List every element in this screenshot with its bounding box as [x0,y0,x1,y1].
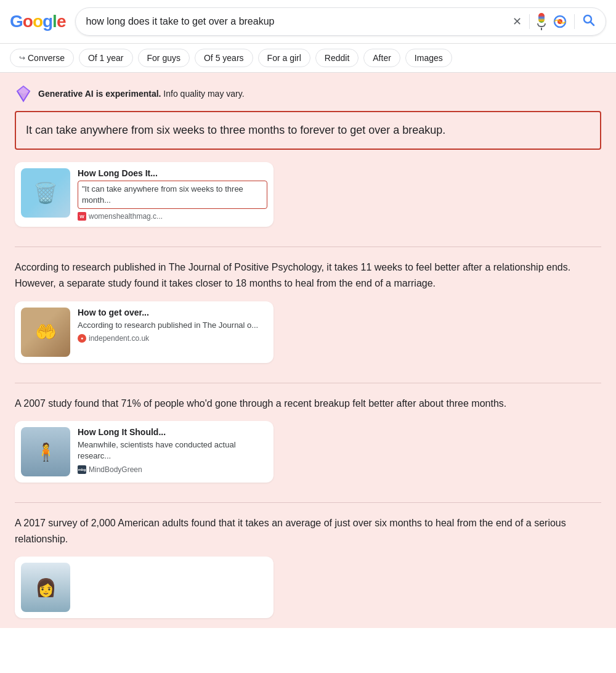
clear-button[interactable]: ✕ [513,15,522,28]
chip-label: After [373,53,391,63]
chip-label: Of 1 year [88,53,124,63]
source-card-1[interactable]: 🗑️ How Long Does It... "It can take anyw… [15,162,274,227]
chips-row: ↪ Converse Of 1 year For guys Of 5 years… [0,44,616,73]
mbg-favicon: mbg [78,465,86,474]
search-input[interactable] [86,16,506,27]
text-para-1: According to research published in The J… [15,259,601,291]
chip-foragirl[interactable]: For a girl [258,49,310,67]
mic-icon [537,13,546,30]
source-title-2: How to get over... [78,308,267,317]
main-content: Generative AI is experimental. Info qual… [0,73,616,628]
chip-converse[interactable]: ↪ Converse [10,49,74,67]
converse-arrow-icon: ↪ [19,54,25,62]
source-card-4[interactable]: 👩 [15,557,274,618]
source-thumb-3: 🧍 [21,427,70,476]
independent-favicon: ● [78,334,86,343]
source-thumb-2: 🤲 [21,308,70,357]
google-logo: Google [10,12,65,31]
source-domain-2: ● independent.co.uk [78,334,267,343]
ai-label: Generative AI is experimental. Info qual… [38,89,245,99]
text-section-2: A 2007 study found that 71% of people wh… [0,383,616,503]
source-snippet-2: According to research published in The J… [78,320,267,331]
source-snippet-3: Meanwhile, scientists have conducted act… [78,439,267,462]
chip-of5years[interactable]: Of 5 years [195,49,253,67]
domain-label-1: womenshealthmag.c... [89,212,163,221]
chip-label: For a girl [267,53,301,63]
ai-header: Generative AI is experimental. Info qual… [15,85,601,102]
lens-button[interactable] [553,15,567,28]
search-icons: ✕ [513,13,596,30]
divider2 [574,14,575,29]
header: Google ✕ [0,0,616,44]
chip-after[interactable]: After [363,49,400,67]
voice-search-button[interactable] [537,13,546,30]
svg-line-3 [591,22,594,25]
gem-icon [15,85,32,102]
ai-label-normal: Info quality may vary. [163,89,244,99]
domain-label-3: MindBodyGreen [89,465,142,474]
text-section-1: According to research published in The J… [0,247,616,382]
ai-answer-text: It can take anywhere from six weeks to t… [26,124,445,136]
lens-icon [553,15,567,28]
chip-label: For guys [147,53,180,63]
chip-label: Reddit [325,53,349,63]
source-info-2: How to get over... According to research… [78,308,267,343]
chip-images[interactable]: Images [405,49,452,67]
chip-reddit[interactable]: Reddit [315,49,359,67]
source-domain-3: mbg MindBodyGreen [78,465,267,474]
source-snippet-1: "It can take anywhere from six weeks to … [78,181,267,209]
text-para-2: A 2007 study found that 71% of people wh… [15,396,601,412]
ai-section: Generative AI is experimental. Info qual… [0,73,616,247]
ai-label-bold: Generative AI is experimental. [38,89,161,99]
chip-label: Converse [28,53,65,63]
search-submit-button[interactable] [582,14,596,30]
source-info-3: How Long It Should... Meanwhile, scienti… [78,427,267,473]
source-info-1: How Long Does It... "It can take anywher… [78,168,267,221]
source-domain-1: W womenshealthmag.c... [78,212,267,221]
chip-forguys[interactable]: For guys [138,49,190,67]
source-title-3: How Long It Should... [78,427,267,437]
source-card-2[interactable]: 🤲 How to get over... According to resear… [15,301,274,363]
divider [529,14,530,29]
womenshealth-favicon: W [78,212,86,221]
ai-answer-box: It can take anywhere from six weeks to t… [15,111,601,150]
chip-label: Of 5 years [204,53,244,63]
text-para-3: A 2017 survey of 2,000 American adults f… [15,515,601,547]
source-title-1: How Long Does It... [78,168,267,178]
text-section-3: A 2017 survey of 2,000 American adults f… [0,503,616,628]
chip-of1year[interactable]: Of 1 year [79,49,133,67]
search-bar: ✕ [75,7,606,36]
source-card-3[interactable]: 🧍 How Long It Should... Meanwhile, scien… [15,421,274,483]
search-icon [582,14,596,27]
source-thumb-4: 👩 [21,563,70,612]
chip-label: Images [415,53,443,63]
domain-label-2: independent.co.uk [89,334,149,343]
source-thumb-1: 🗑️ [21,168,70,218]
